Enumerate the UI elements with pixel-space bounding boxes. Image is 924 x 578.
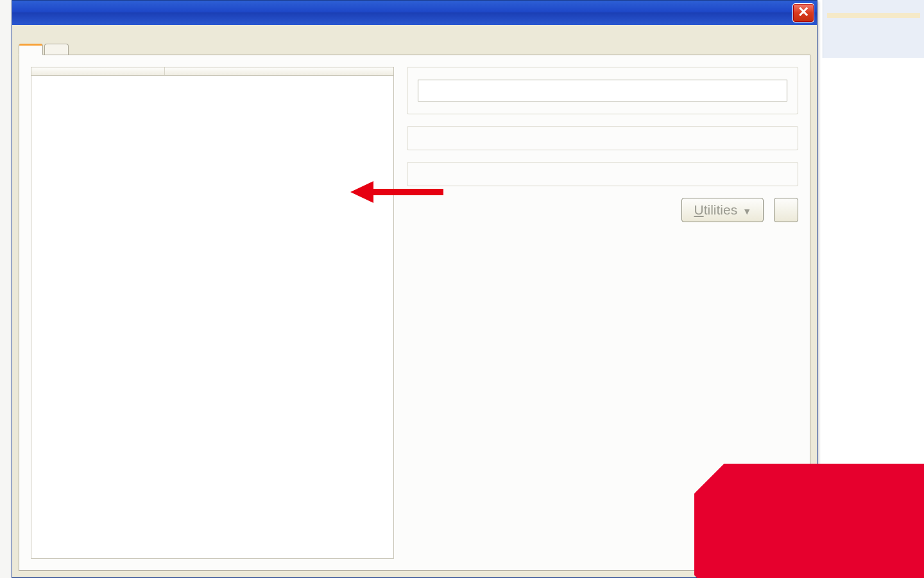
background-window-fragment (823, 0, 924, 58)
disk-file-input[interactable] (418, 80, 787, 101)
tab-hardware[interactable] (19, 44, 43, 55)
device-list-header (31, 67, 393, 76)
tab-options[interactable] (44, 44, 69, 55)
button-row: Utilities▼ (407, 198, 798, 222)
chevron-down-icon: ▼ (742, 206, 751, 216)
utilities-button[interactable]: Utilities▼ (681, 198, 764, 222)
utilities-label-first: U (694, 202, 703, 217)
column-header-device[interactable] (31, 67, 165, 75)
titlebar[interactable]: ✕ (12, 1, 817, 25)
tab-strip (12, 25, 817, 55)
column-header-summary[interactable] (165, 67, 393, 75)
disk-information-group (407, 162, 798, 186)
vm-settings-dialog: ✕ (12, 0, 817, 578)
disk-file-group (407, 67, 798, 114)
fragment-text-2 (827, 13, 920, 18)
device-list[interactable] (31, 76, 393, 78)
details-panel: Utilities▼ (407, 67, 798, 559)
close-button[interactable]: ✕ (792, 3, 814, 22)
background-left-strip (0, 0, 12, 578)
utilities-label-rest: tilities (704, 202, 738, 217)
advanced-button[interactable] (774, 198, 798, 222)
capacity-group (407, 126, 798, 150)
tab-body: Utilities▼ (19, 55, 810, 571)
device-panel (31, 67, 394, 559)
close-icon: ✕ (798, 4, 809, 20)
